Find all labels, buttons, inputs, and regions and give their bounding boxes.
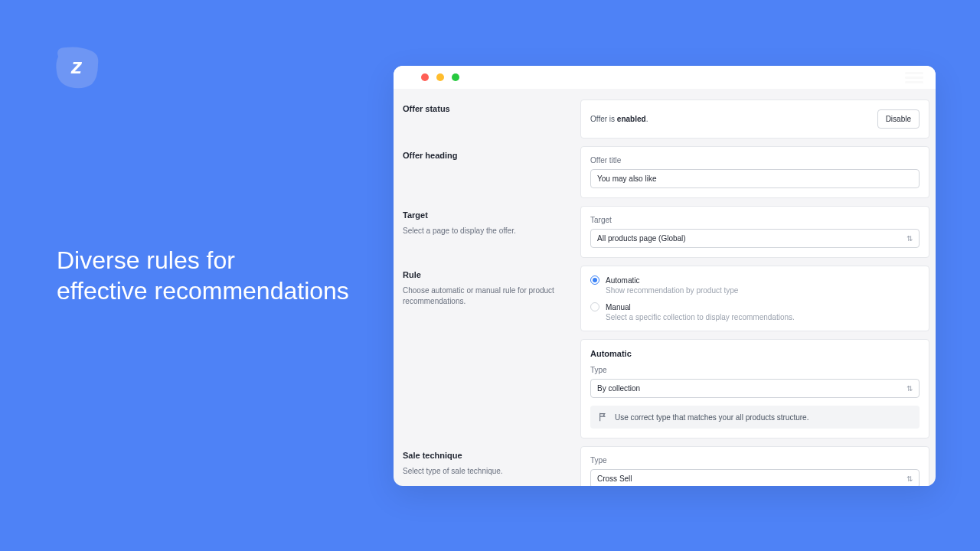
sale-type-label: Type [590,456,920,465]
target-value: All products page (Global) [597,234,686,243]
section-title-rule: Rule [403,270,577,279]
offer-heading-card: Offer title [580,146,929,198]
section-title-offer-heading: Offer heading [403,151,577,160]
sale-type-value: Cross Sell [597,474,632,483]
section-title-target: Target [403,210,577,220]
section-sub-sale: Select type of sale technique. [403,466,577,477]
automatic-hint: Use correct type that matches your all p… [590,406,920,429]
automatic-hint-text: Use correct type that matches your all p… [615,413,808,422]
automatic-type-label: Type [590,366,920,374]
offer-status-card: Offer is enabled. Disable [580,99,929,139]
radio-automatic-desc: Show recommendation by product type [606,286,920,295]
section-title-offer-status: Offer status [403,104,577,113]
svg-text:z: z [70,54,83,78]
brand-logo: z [52,43,101,92]
disable-button[interactable]: Disable [877,109,920,129]
offer-title-input[interactable] [590,169,920,188]
chevron-updown-icon: ⇅ [906,384,913,393]
radio-manual-label: Manual [606,303,631,311]
sale-card: Type Cross Sell ⇅ [580,446,929,486]
flag-icon [598,412,609,422]
radio-automatic[interactable] [590,276,599,285]
target-label: Target [590,216,920,224]
section-title-sale: Sale technique [403,451,577,460]
sale-type-select[interactable]: Cross Sell ⇅ [590,469,920,486]
menu-icon[interactable] [905,72,923,83]
radio-manual[interactable] [590,302,599,311]
app-window: Offer status Offer is enabled. Disable O… [394,66,936,486]
section-sub-target: Select a page to display the offer. [403,226,577,236]
automatic-type-value: By collection [597,384,640,393]
automatic-card: Automatic Type By collection ⇅ Use corre… [580,339,929,439]
minimize-icon[interactable] [436,73,444,81]
window-controls [421,73,459,81]
target-card: Target All products page (Global) ⇅ [580,206,929,258]
section-sub-rule: Choose automatic or manual rule for prod… [403,285,577,307]
offer-status-text: Offer is enabled. [590,115,648,123]
close-icon[interactable] [421,73,429,81]
titlebar [394,66,936,89]
radio-manual-desc: Select a specific collection to display … [606,313,920,321]
chevron-updown-icon: ⇅ [906,234,913,243]
offer-title-label: Offer title [590,156,920,165]
radio-automatic-label: Automatic [606,276,639,285]
headline: Diverse rules for effective recommendati… [57,245,349,306]
target-select[interactable]: All products page (Global) ⇅ [590,229,920,248]
rule-card: Automatic Show recommendation by product… [580,266,929,331]
automatic-type-select[interactable]: By collection ⇅ [590,379,920,398]
automatic-heading: Automatic [590,349,920,358]
maximize-icon[interactable] [452,73,459,81]
chevron-updown-icon: ⇅ [906,474,913,483]
